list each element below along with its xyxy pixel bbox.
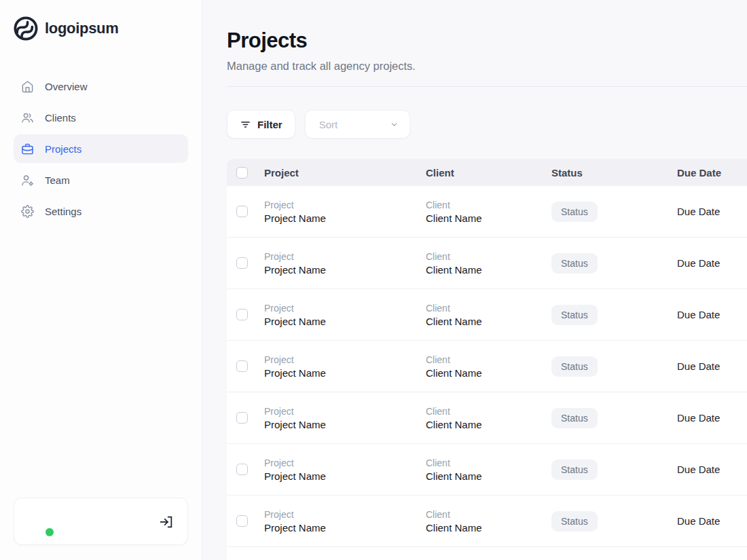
client-cell-value: Client Name: [426, 316, 551, 327]
sidebar-item-label: Settings: [45, 206, 81, 217]
project-cell-label: Project: [264, 509, 426, 520]
column-header-status: Status: [551, 167, 677, 179]
page-header: Projects Manage and track all agency pro…: [227, 29, 747, 87]
due-date-cell: Due Date: [677, 257, 747, 269]
project-cell: Project Project Name: [264, 354, 426, 379]
filter-button-label: Filter: [257, 119, 283, 130]
status-cell: Status: [551, 202, 677, 222]
row-checkbox[interactable]: [236, 412, 248, 424]
select-all-checkbox[interactable]: [236, 167, 248, 179]
users-icon: [21, 111, 34, 124]
sidebar-item-settings[interactable]: Settings: [14, 197, 188, 225]
row-checkbox[interactable]: [236, 309, 248, 320]
project-cell-label: Project: [264, 200, 426, 210]
client-cell: Client Client Name: [426, 354, 551, 379]
page-subtitle: Manage and track all agency projects.: [227, 60, 747, 73]
project-cell-value: Project Name: [264, 367, 426, 379]
green-status-dot: [45, 528, 54, 536]
status-badge: Status: [551, 305, 598, 325]
client-cell-label: Client: [426, 200, 551, 210]
home-icon: [21, 80, 34, 93]
row-checkbox[interactable]: [236, 257, 248, 269]
project-cell-label: Project: [264, 406, 426, 417]
chevron-down-icon: [390, 120, 399, 129]
client-cell-value: Client Name: [426, 522, 551, 534]
project-cell: Project Project Name: [264, 200, 426, 224]
client-cell: Client Client Name: [426, 251, 551, 276]
project-cell: Project Project Name: [264, 509, 426, 534]
project-cell-label: Project: [264, 303, 426, 314]
table-row[interactable]: Project Project Name Client Client Name …: [227, 238, 747, 289]
project-cell-value: Project Name: [264, 522, 426, 534]
projects-table: Project Client Status Due Date Project P…: [227, 159, 747, 560]
briefcase-icon: [21, 143, 34, 155]
sort-select-value: Sort: [319, 119, 338, 130]
gear-icon: [21, 205, 34, 218]
table-row[interactable]: Project Project Name Client Client Name …: [227, 186, 747, 238]
project-cell-label: Project: [264, 458, 426, 468]
table-row[interactable]: Project Project Name Client Client Name …: [227, 392, 747, 444]
column-header-client: Client: [426, 167, 551, 179]
table-row[interactable]: Project Project Name Client Client Name …: [227, 289, 747, 341]
sidebar-item-label: Team: [45, 174, 70, 186]
due-date-cell: Due Date: [677, 309, 747, 320]
row-checkbox[interactable]: [236, 464, 248, 475]
project-cell: Project Project Name: [264, 251, 426, 276]
row-checkbox[interactable]: [236, 206, 248, 217]
sidebar-item-label: Clients: [45, 112, 76, 124]
row-checkbox[interactable]: [236, 360, 248, 372]
project-cell: Project Project Name: [264, 303, 426, 327]
table-row[interactable]: Project Project Name Client Client Name …: [227, 496, 747, 547]
sidebar-item-label: Projects: [45, 143, 81, 155]
table-row[interactable]: Project Project Name Client Client Name …: [227, 341, 747, 392]
sidebar-nav: Overview Clients Projects: [14, 72, 188, 225]
filter-button[interactable]: Filter: [227, 110, 295, 138]
user-gear-icon: [21, 174, 34, 187]
sidebar-item-projects[interactable]: Projects: [14, 134, 188, 163]
due-date-cell: Due Date: [677, 412, 747, 424]
log-in-icon[interactable]: [159, 515, 174, 529]
status-badge: Status: [551, 408, 598, 428]
sidebar-item-clients[interactable]: Clients: [14, 103, 188, 132]
client-cell: Client Client Name: [426, 303, 551, 327]
table-row[interactable]: Project Project Name Client Client Name …: [227, 547, 747, 560]
client-cell: Client Client Name: [426, 406, 551, 430]
logo: logoipsum: [14, 16, 188, 41]
project-cell-label: Project: [264, 354, 426, 365]
table-body: Project Project Name Client Client Name …: [227, 186, 747, 560]
project-cell-label: Project: [264, 251, 426, 262]
client-cell: Client Client Name: [426, 458, 551, 482]
status-cell: Status: [551, 408, 677, 428]
sidebar-item-team[interactable]: Team: [14, 166, 188, 194]
logo-text: logoipsum: [45, 20, 119, 37]
due-date-cell: Due Date: [677, 206, 747, 217]
status-badge: Status: [551, 511, 598, 531]
sidebar-item-overview[interactable]: Overview: [14, 72, 188, 100]
row-checkbox[interactable]: [236, 515, 248, 527]
status-cell: Status: [551, 460, 677, 480]
status-cell: Status: [551, 356, 677, 377]
status-cell: Status: [551, 305, 677, 325]
due-date-cell: Due Date: [677, 360, 747, 372]
client-cell-value: Client Name: [426, 419, 551, 430]
toolbar: Filter Sort: [227, 110, 747, 138]
client-cell: Client Client Name: [426, 509, 551, 534]
table-header-row: Project Client Status Due Date: [227, 159, 747, 186]
status-badge: Status: [551, 253, 598, 274]
page-title: Projects: [227, 29, 747, 53]
sidebar: logoipsum Overview Clients: [0, 0, 202, 560]
column-header-due-date: Due Date: [677, 167, 747, 179]
sort-select[interactable]: Sort: [305, 110, 410, 138]
client-cell-label: Client: [426, 458, 551, 468]
sidebar-item-label: Overview: [45, 81, 88, 92]
project-cell-value: Project Name: [264, 264, 426, 276]
due-date-cell: Due Date: [677, 464, 747, 475]
project-cell-value: Project Name: [264, 470, 426, 482]
client-cell-label: Client: [426, 406, 551, 417]
client-cell: Client Client Name: [426, 200, 551, 224]
status-cell: Status: [551, 511, 677, 531]
status-badge: Status: [551, 356, 598, 377]
main-content: Projects Manage and track all agency pro…: [202, 0, 747, 560]
column-header-project: Project: [264, 167, 426, 179]
table-row[interactable]: Project Project Name Client Client Name …: [227, 444, 747, 496]
